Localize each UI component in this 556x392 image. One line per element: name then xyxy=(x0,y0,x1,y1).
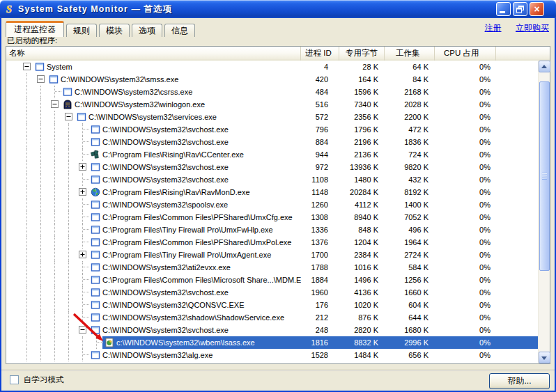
process-row[interactable]: C:\WINDOWS\system32\spoolsv.exe12604112 … xyxy=(6,198,538,211)
tab-0[interactable]: 进程监控器 xyxy=(6,21,64,37)
private-bytes-cell: 4112 K xyxy=(339,201,385,209)
tree-collapse-toggle[interactable] xyxy=(79,326,86,334)
column-header-4[interactable]: CPU 占用 xyxy=(435,47,496,61)
process-row[interactable]: C:\WINDOWS\system32\svchost.exe8842196 K… xyxy=(6,136,538,148)
process-row[interactable]: C:\WINDOWS\system32\smss.exe420164 K84 K… xyxy=(6,73,538,86)
tree-guide xyxy=(26,299,27,311)
tree-guide xyxy=(54,173,55,186)
column-header-3[interactable]: 工作集 xyxy=(385,47,435,61)
tree-guide-stub xyxy=(55,91,61,92)
tree-guide-stub xyxy=(83,304,89,305)
name-cell: C:\WINDOWS\system32\spoolsv.exe xyxy=(6,198,301,211)
help-button[interactable]: 帮助... xyxy=(489,373,550,389)
scrollbar-thumb[interactable] xyxy=(539,81,550,271)
column-header-0[interactable]: 名称 xyxy=(6,47,301,61)
process-row[interactable]: C:\Program Files\Tiny Firewall Pro\UmxFw… xyxy=(6,224,538,236)
tree-guide xyxy=(54,224,55,236)
process-row[interactable]: C:\Program Files\Rising\Rav\RavMonD.exe1… xyxy=(6,186,538,198)
process-row[interactable]: C:\Program Files\Tiny Firewall Pro\UmxAg… xyxy=(6,249,538,261)
tree-guide xyxy=(68,186,69,198)
vertical-scrollbar[interactable] xyxy=(538,61,550,363)
tree-expand-toggle[interactable] xyxy=(79,188,86,196)
app-logo-icon: S xyxy=(3,3,15,15)
tree-collapse-toggle[interactable] xyxy=(51,100,59,108)
process-row[interactable]: C:\WINDOWS\system32\svchost.exe11081480 … xyxy=(6,173,538,186)
window-icon xyxy=(91,262,100,272)
minimize-button[interactable] xyxy=(496,2,511,16)
pid-cell: 1788 xyxy=(301,263,339,272)
process-row[interactable]: C:\WINDOWS\system32\svchost.exe2482820 K… xyxy=(6,324,538,336)
tab-1[interactable]: 规则 xyxy=(66,24,97,37)
process-row[interactable]: C:\Program Files\Common Files\PFShared\U… xyxy=(6,236,538,249)
pid-cell: 212 xyxy=(301,313,339,322)
self-learning-checkbox[interactable] xyxy=(10,375,19,384)
tree-guide xyxy=(68,211,69,224)
register-link[interactable]: 注册 xyxy=(485,23,502,33)
private-bytes-cell: 4136 K xyxy=(339,288,385,297)
restore-button[interactable] xyxy=(513,2,527,16)
tree-guide-stub xyxy=(83,154,89,155)
process-row[interactable]: C:\Program Files\Common Files\PFShared\U… xyxy=(6,211,538,224)
tree-guide xyxy=(26,198,27,211)
tree-guide xyxy=(68,261,69,274)
process-row[interactable]: C:\WINDOWS\system32\ati2evxx.exe17881016… xyxy=(6,261,538,274)
name-cell: C:\WINDOWS\system32\csrss.exe xyxy=(6,86,301,98)
tree-guide xyxy=(54,211,55,224)
tree-guide xyxy=(54,349,55,361)
tree-guide xyxy=(54,111,55,123)
tree-expand-toggle[interactable] xyxy=(79,163,86,171)
scroll-up-button[interactable] xyxy=(539,61,550,72)
tree-guide xyxy=(40,173,41,186)
tree-guide xyxy=(54,136,55,148)
process-row[interactable]: System428 K64 K0% xyxy=(6,61,538,73)
buy-now-link[interactable]: 立即购买 xyxy=(516,23,549,33)
tab-4[interactable]: 信息 xyxy=(164,24,195,37)
name-cell: C:\Program Files\Common Files\Microsoft … xyxy=(6,274,301,286)
title-bar[interactable]: S System Safety Monitor — 首选项 × xyxy=(0,0,556,18)
process-path: C:\WINDOWS\system32\winlogon.exe xyxy=(75,100,205,109)
tree-guide xyxy=(68,274,69,286)
tab-3[interactable]: 选项 xyxy=(132,24,162,37)
process-row[interactable]: C:\WINDOWS\system32\svchost.exe97213936 … xyxy=(6,161,538,173)
tree-guide xyxy=(68,123,69,136)
pid-cell: 1260 xyxy=(301,201,339,209)
process-row[interactable]: C:\WINDOWS\system32\svchost.exe19604136 … xyxy=(6,286,538,299)
tree-collapse-toggle[interactable] xyxy=(23,63,31,70)
tree-collapse-toggle[interactable] xyxy=(65,113,72,120)
cpu-cell: 0% xyxy=(435,338,496,347)
process-row[interactable]: C:\WINDOWS\system32\svchost.exe7961796 K… xyxy=(6,123,538,136)
process-row[interactable]: c:\WINDOWS\system32\wbem\lsass.exe181688… xyxy=(6,336,538,349)
cpu-cell: 0% xyxy=(435,213,496,221)
process-row[interactable]: C:\Program Files\Common Files\Microsoft … xyxy=(6,274,538,286)
process-row[interactable]: C:\WINDOWS\system32\alg.exe15281484 K656… xyxy=(6,349,538,361)
tree-collapse-toggle[interactable] xyxy=(37,75,45,83)
table-body: System428 K64 K0%C:\WINDOWS\system32\sms… xyxy=(6,61,538,363)
process-path: c:\WINDOWS\system32\wbem\lsass.exe xyxy=(116,338,255,347)
scroll-down-button[interactable] xyxy=(539,352,550,363)
process-row[interactable]: C:\WINDOWS\system32\csrss.exe4841596 K21… xyxy=(6,86,538,98)
pid-cell: 1376 xyxy=(301,238,339,246)
row-label: C:\WINDOWS\system32\svchost.exe xyxy=(91,123,229,136)
close-button[interactable]: × xyxy=(530,2,544,16)
private-bytes-cell: 8940 K xyxy=(339,213,385,221)
tree-guide-stub xyxy=(83,317,89,317)
tree-guide xyxy=(40,349,41,361)
tree-guide xyxy=(82,311,83,324)
process-row[interactable]: C:\WINDOWS\system32\winlogon.exe5167340 … xyxy=(6,98,538,111)
cpu-cell: 0% xyxy=(435,113,496,121)
process-row[interactable]: C:\WINDOWS\system32\shadow\ShadowService… xyxy=(6,311,538,324)
process-row[interactable]: C:\WINDOWS\system32\services.exe5722356 … xyxy=(6,111,538,123)
cpu-cell: 0% xyxy=(435,138,496,146)
process-row[interactable]: C:\Program Files\Rising\Rav\CCenter.exe9… xyxy=(6,148,538,161)
column-header-2[interactable]: 专用字节 xyxy=(339,47,385,61)
column-header-1[interactable]: 进程 ID xyxy=(301,47,339,61)
tab-2[interactable]: 模块 xyxy=(99,24,130,37)
cpu-cell: 0% xyxy=(435,125,496,134)
cpu-cell: 0% xyxy=(435,163,496,171)
process-row[interactable]: C:\WINDOWS\system32\QCONSVC.EXE1761020 K… xyxy=(6,299,538,311)
cpu-cell: 0% xyxy=(435,175,496,184)
pid-cell: 1108 xyxy=(301,175,339,184)
pid-cell: 248 xyxy=(301,326,339,334)
tree-expand-toggle[interactable] xyxy=(79,251,86,258)
tree-guide xyxy=(82,336,83,349)
